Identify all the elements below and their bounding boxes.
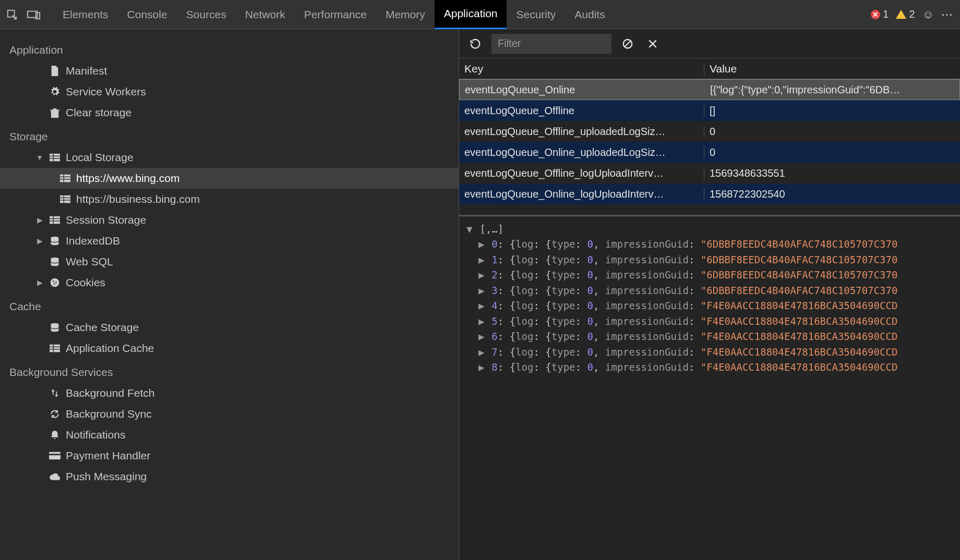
tab-sources[interactable]: Sources: [177, 0, 236, 29]
svg-rect-31: [49, 454, 61, 455]
sidebar-item-label: Push Messaging: [66, 470, 147, 483]
bell-icon: [49, 430, 61, 440]
cell-value: [{"log":{"type":0,"impressionGuid":"6DB…: [705, 84, 959, 96]
refresh-button[interactable]: [466, 35, 484, 53]
tab-memory[interactable]: Memory: [376, 0, 435, 29]
svg-rect-15: [50, 216, 60, 224]
sidebar-item-manifest[interactable]: Manifest: [0, 60, 459, 81]
svg-line-33: [625, 41, 631, 46]
sidebar-item-push-messaging[interactable]: Push Messaging: [0, 466, 459, 487]
sidebar-item-session-storage[interactable]: ▶Session Storage: [0, 210, 459, 230]
cell-key: eventLogQueue_Offline: [459, 105, 704, 117]
sidebar-origin-item[interactable]: https://www.bing.com: [0, 168, 459, 189]
viewer-entry[interactable]: ▶ 5: {log: {type: 0, impressionGuid: "F4…: [466, 314, 953, 329]
sidebar-item-local-storage[interactable]: ▼Local Storage: [0, 147, 459, 168]
tab-application[interactable]: Application: [435, 0, 507, 29]
sidebar-item-label: Local Storage: [66, 151, 134, 164]
svg-point-23: [55, 282, 57, 283]
viewer-entry[interactable]: ▶ 4: {log: {type: 0, impressionGuid: "F4…: [466, 298, 953, 313]
inspect-icon[interactable]: [6, 9, 18, 20]
warning-count: 2: [909, 8, 915, 20]
viewer-entry[interactable]: ▶ 1: {log: {type: 0, impressionGuid: "6D…: [466, 252, 953, 267]
warning-count-badge[interactable]: 2: [896, 8, 915, 20]
viewer-entry[interactable]: ▶ 6: {log: {type: 0, impressionGuid: "F4…: [466, 329, 953, 344]
cell-key: eventLogQueue_Online_uploadedLogSiz…: [459, 147, 704, 159]
sidebar-item-label: Background Fetch: [66, 387, 154, 399]
sidebar-item-application-cache[interactable]: Application Cache: [0, 338, 459, 359]
sidebar-item-label: https://www.bing.com: [76, 172, 179, 185]
sidebar-item-payment-handler[interactable]: Payment Handler: [0, 445, 459, 466]
sidebar-item-web-sql[interactable]: Web SQL: [0, 251, 459, 272]
error-count-badge[interactable]: ✕1: [871, 8, 889, 20]
sidebar-item-background-sync[interactable]: Background Sync: [0, 404, 459, 424]
table-row[interactable]: eventLogQueue_Offline_logUploadInterv…15…: [459, 163, 960, 184]
sidebar-item-cache-storage[interactable]: Cache Storage: [0, 317, 459, 338]
filter-input[interactable]: [491, 34, 611, 54]
chevron-down-icon: ▼: [35, 153, 44, 162]
table-row[interactable]: eventLogQueue_Offline_uploadedLogSiz…0: [459, 121, 960, 142]
viewer-entry[interactable]: ▶ 2: {log: {type: 0, impressionGuid: "6D…: [466, 267, 953, 283]
sidebar-item-label: Cookies: [66, 276, 105, 289]
db-icon: [49, 257, 61, 267]
sidebar-item-background-fetch[interactable]: Background Fetch: [0, 383, 459, 404]
sidebar-item-label: Web SQL: [66, 255, 113, 268]
sidebar-item-service-workers[interactable]: Service Workers: [0, 81, 459, 102]
sidebar-item-label: IndexedDB: [66, 235, 120, 247]
viewer-entry[interactable]: ▶ 3: {log: {type: 0, impressionGuid: "6D…: [466, 283, 953, 298]
cloud-icon: [49, 472, 61, 481]
table-row[interactable]: eventLogQueue_Online_uploadedLogSiz…0: [459, 142, 960, 163]
delete-selected-button[interactable]: [644, 35, 662, 53]
db-grid-icon: [49, 216, 61, 224]
tab-console[interactable]: Console: [118, 0, 177, 29]
tab-elements[interactable]: Elements: [53, 0, 118, 29]
sidebar-item-label: Clear storage: [66, 106, 131, 119]
sidebar-item-label: Cache Storage: [66, 321, 139, 334]
sidebar-item-cookies[interactable]: ▶Cookies: [0, 272, 459, 293]
table-row[interactable]: eventLogQueue_Online_logUploadInterv…156…: [459, 184, 960, 204]
table-row[interactable]: eventLogQueue_Online[{"log":{"type":0,"i…: [459, 79, 960, 100]
chevron-right-icon: ▶: [35, 216, 44, 224]
application-sidebar: ApplicationManifestService WorkersClear …: [0, 29, 459, 560]
svg-rect-7: [60, 175, 70, 182]
viewer-root[interactable]: ▼ [,…]: [466, 222, 953, 237]
tab-security[interactable]: Security: [507, 0, 565, 29]
viewer-entry[interactable]: ▶ 8: {log: {type: 0, impressionGuid: "F4…: [466, 360, 953, 375]
device-toggle-icon[interactable]: [27, 9, 41, 20]
table-header: Key Value: [459, 58, 960, 79]
clear-all-button[interactable]: [619, 35, 637, 53]
feedback-icon[interactable]: ☺: [922, 8, 934, 21]
viewer-entry[interactable]: ▶ 0: {log: {type: 0, impressionGuid: "6D…: [466, 237, 953, 252]
db-icon: [49, 236, 61, 246]
sidebar-item-label: Service Workers: [66, 86, 146, 98]
sidebar-origin-item[interactable]: https://business.bing.com: [0, 189, 459, 210]
sidebar-item-clear-storage[interactable]: Clear storage: [0, 102, 459, 123]
more-menu-icon[interactable]: ⋯: [941, 8, 954, 21]
cookie-icon: [49, 277, 61, 288]
value-viewer: ▼ [,…] ▶ 0: {log: {type: 0, impressionGu…: [459, 215, 960, 560]
svg-point-21: [51, 278, 59, 287]
sidebar-item-notifications[interactable]: Notifications: [0, 424, 459, 445]
tab-network[interactable]: Network: [236, 0, 295, 29]
cell-value: 1568722302540: [704, 188, 960, 200]
sidebar-item-label: Notifications: [66, 429, 125, 441]
error-count: 1: [883, 8, 889, 20]
table-row[interactable]: eventLogQueue_Offline[]: [459, 100, 960, 121]
card-icon: [49, 452, 61, 460]
sidebar-item-indexeddb[interactable]: ▶IndexedDB: [0, 230, 459, 251]
chevron-right-icon: ▶: [35, 278, 44, 287]
section-title: Storage: [0, 123, 459, 147]
tab-audits[interactable]: Audits: [565, 0, 614, 29]
sidebar-item-label: Payment Handler: [66, 449, 150, 462]
sidebar-item-label: https://business.bing.com: [76, 193, 200, 205]
viewer-entry[interactable]: ▶ 7: {log: {type: 0, impressionGuid: "F4…: [466, 345, 953, 360]
tab-performance[interactable]: Performance: [295, 0, 376, 29]
storage-toolbar: [459, 29, 960, 58]
svg-point-22: [53, 281, 54, 282]
svg-point-24: [54, 283, 55, 285]
svg-rect-30: [49, 452, 61, 460]
cell-value: 0: [704, 126, 960, 138]
header-value[interactable]: Value: [704, 63, 960, 75]
header-key[interactable]: Key: [459, 63, 704, 75]
trash-icon: [49, 107, 61, 118]
chevron-right-icon: ▶: [35, 237, 44, 245]
